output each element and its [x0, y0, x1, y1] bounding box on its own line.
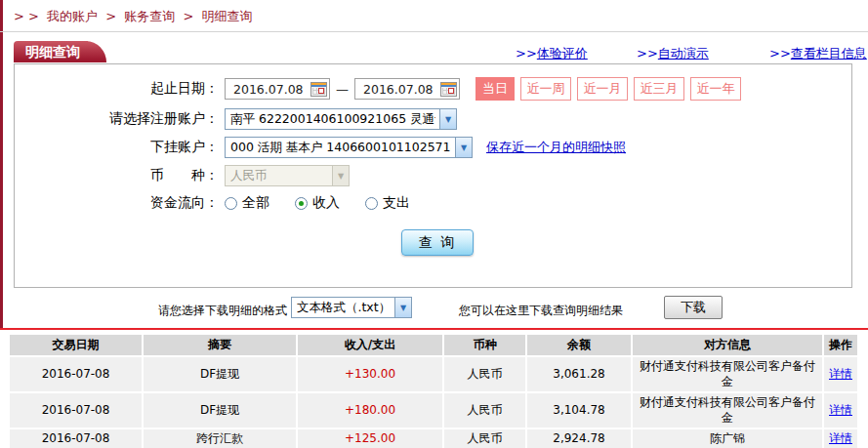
table-row: 2016-07-08 DF提现 +180.00 人民币 3,104.78 财付通… [10, 393, 859, 429]
top-divider [0, 31, 868, 32]
radio-unchecked-icon [365, 197, 378, 210]
cell-summary: DF提现 [144, 357, 298, 393]
link-label: 体验评价 [537, 46, 588, 61]
calendar-icon[interactable] [310, 82, 327, 97]
currency-value: 人民币 [230, 168, 328, 184]
col-header-amount: 收入/支出 [298, 335, 444, 357]
currency-row: 币 种： 人民币 [15, 163, 350, 188]
col-header-counterparty: 对方信息 [633, 335, 824, 357]
cell-amount: +130.00 [298, 357, 444, 393]
register-account-value: 南平 6222001406100921065 灵通卡 [230, 111, 435, 128]
date-to-value: 2016.07.08 [363, 82, 440, 97]
experience-rating-link[interactable]: >>体验评价 [516, 45, 588, 62]
flow-label: 资金流向： [15, 194, 219, 212]
currency-label: 币 种： [15, 167, 219, 184]
flow-option-expense-label: 支出 [383, 194, 410, 212]
download-format-select[interactable]: 文本格式（.txt） [291, 297, 412, 318]
save-snapshot-link[interactable]: 保存近一个月的明细快照 [486, 139, 626, 156]
tab-detail-query[interactable]: 明细查询 [14, 41, 88, 62]
breadcrumb: > > 我的账户 > 账务查询 > 明细查询 [14, 8, 256, 25]
download-hint-text: 您可以在这里下载查询明细结果 [459, 303, 623, 319]
flow-row: 资金流向： 全部 收入 支出 [15, 190, 435, 216]
cell-amount: +180.00 [298, 393, 444, 429]
cell-balance: 3,061.28 [527, 357, 633, 393]
radio-unchecked-icon [225, 197, 237, 210]
sub-account-select[interactable]: 000 活期 基本户 1406600101102571848 [225, 137, 473, 158]
cell-date: 2016-07-08 [10, 357, 144, 393]
flow-option-expense[interactable]: 支出 [365, 194, 410, 212]
cell-counterparty: 陈广锦 [633, 429, 824, 448]
link-chevrons: >> [769, 46, 791, 61]
link-label: 自动演示 [658, 46, 709, 61]
breadcrumb-prefix: > > [14, 9, 39, 23]
dropdown-arrow-icon [394, 298, 411, 317]
period-button-month[interactable]: 近一月 [577, 77, 628, 101]
register-account-row: 请选择注册账户： 南平 6222001406100921065 灵通卡 [15, 106, 457, 132]
cell-summary: 跨行汇款 [144, 429, 298, 448]
date-to-input[interactable]: 2016.07.08 [354, 78, 460, 100]
flow-option-income-label: 收入 [312, 194, 340, 212]
date-from-input[interactable]: 2016.07.08 [225, 78, 330, 100]
date-range-label: 起止日期： [15, 80, 219, 98]
detail-link[interactable]: 详情 [829, 431, 852, 445]
dropdown-arrow-icon [455, 138, 472, 157]
breadcrumb-separator: > [105, 9, 116, 23]
cell-balance: 2,924.78 [527, 429, 633, 448]
sub-account-value: 000 活期 基本户 1406600101102571848 [230, 140, 451, 156]
detail-link[interactable]: 详情 [829, 403, 852, 417]
radio-checked-icon [295, 197, 308, 210]
cell-currency: 人民币 [444, 393, 527, 429]
link-label: 查看栏目信息 [791, 46, 867, 61]
cell-date: 2016-07-08 [10, 393, 144, 429]
cell-date: 2016-07-08 [10, 429, 144, 448]
detail-query-page: > > 我的账户 > 账务查询 > 明细查询 明细查询 >>体验评价 >>自动演… [0, 0, 868, 448]
sub-account-label: 下挂账户： [15, 139, 219, 156]
flow-option-all[interactable]: 全部 [225, 194, 269, 212]
transaction-table: 交易日期 摘要 收入/支出 币种 余额 对方信息 操作 2016-07-08 D… [10, 335, 859, 448]
period-button-quarter[interactable]: 近三月 [634, 77, 684, 101]
auto-demo-link[interactable]: >>自动演示 [637, 45, 709, 62]
calendar-icon[interactable] [440, 82, 457, 97]
detail-link[interactable]: 详情 [829, 367, 852, 381]
breadcrumb-item-account-query[interactable]: 账务查询 [124, 9, 175, 23]
date-range-row: 起止日期： 2016.07.08 — 2016.07.08 当日 近一周 近一月… [15, 76, 741, 102]
breadcrumb-item-detail-query[interactable]: 明细查询 [201, 9, 252, 23]
cell-counterparty: 财付通支付科技有限公司客户备付金 [633, 393, 824, 429]
register-account-select[interactable]: 南平 6222001406100921065 灵通卡 [225, 108, 457, 130]
period-button-year[interactable]: 近一年 [690, 77, 741, 101]
cell-currency: 人民币 [444, 357, 527, 393]
breadcrumb-separator: > [183, 9, 193, 23]
date-from-value: 2016.07.08 [233, 82, 310, 97]
flow-option-all-label: 全部 [242, 194, 269, 212]
view-column-info-link[interactable]: >>查看栏目信息 [769, 45, 867, 62]
period-button-week[interactable]: 近一周 [520, 77, 571, 101]
dropdown-arrow-icon [332, 166, 349, 185]
download-format-value: 文本格式（.txt） [297, 300, 391, 316]
download-format-label: 请您选择下载明细的格式 [158, 303, 287, 319]
left-border-strip [0, 0, 3, 330]
tab-label: 明细查询 [25, 44, 80, 60]
col-header-summary: 摘要 [144, 335, 298, 357]
cell-balance: 3,104.78 [527, 393, 633, 429]
table-header-row: 交易日期 摘要 收入/支出 币种 余额 对方信息 操作 [10, 335, 859, 357]
cell-summary: DF提现 [144, 393, 298, 429]
query-form: 起止日期： 2016.07.08 — 2016.07.08 当日 近一周 近一月… [14, 63, 852, 288]
col-header-date: 交易日期 [10, 335, 144, 357]
register-account-label: 请选择注册账户： [15, 110, 219, 128]
period-button-today[interactable]: 当日 [475, 77, 515, 101]
dropdown-arrow-icon [439, 109, 456, 129]
cell-currency: 人民币 [444, 429, 527, 448]
link-chevrons: >> [516, 46, 537, 61]
table-row: 2016-07-08 跨行汇款 +125.00 人民币 2,924.78 陈广锦… [10, 429, 859, 448]
currency-select-disabled: 人民币 [225, 165, 350, 186]
download-button[interactable]: 下载 [664, 296, 723, 319]
table-row: 2016-07-08 DF提现 +130.00 人民币 3,061.28 财付通… [10, 357, 859, 393]
col-header-action: 操作 [824, 335, 859, 357]
flow-option-income[interactable]: 收入 [295, 194, 340, 212]
breadcrumb-item-my-account[interactable]: 我的账户 [47, 9, 98, 23]
query-button[interactable]: 查 询 [401, 229, 474, 256]
col-header-balance: 余额 [527, 335, 633, 357]
link-chevrons: >> [637, 46, 658, 61]
sub-account-row: 下挂账户： 000 活期 基本户 1406600101102571848 保存近… [15, 135, 626, 160]
table-top-divider [0, 328, 868, 330]
